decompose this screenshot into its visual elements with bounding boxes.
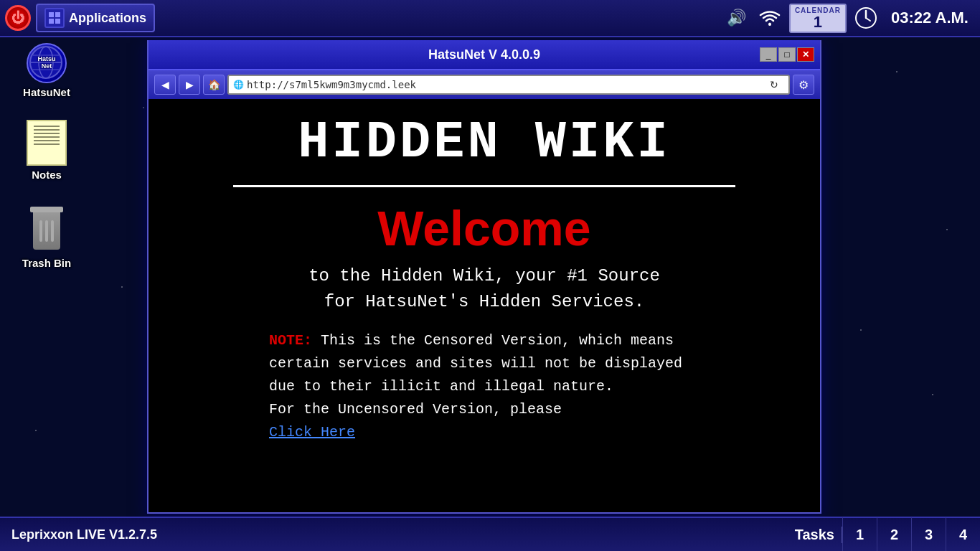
note-text2: For the Uncensored Version, please bbox=[269, 401, 562, 418]
browser-content: HIDDEN WIKI Welcome to the Hidden Wiki, … bbox=[149, 99, 820, 512]
notes-desktop-icon[interactable]: Notes bbox=[14, 120, 79, 181]
applications-menu-button[interactable]: Applications bbox=[36, 4, 155, 32]
page-main-heading: HIDDEN WIKI bbox=[298, 113, 670, 172]
home-button[interactable]: 🏠 bbox=[203, 75, 225, 95]
browser-close-button[interactable]: ✕ bbox=[797, 47, 814, 62]
task-button-1[interactable]: 1 bbox=[842, 517, 877, 551]
svg-rect-3 bbox=[55, 19, 60, 24]
hatsunet-icon-label: HatsuNet bbox=[37, 56, 55, 70]
svg-line-7 bbox=[866, 18, 870, 21]
task-button-4[interactable]: 4 bbox=[946, 517, 980, 551]
browser-toolbar: ◀ ▶ 🏠 🌐 http://s7ml5kwm9m3mycmd.leek ↻ ⚙ bbox=[149, 70, 820, 99]
back-button[interactable]: ◀ bbox=[154, 75, 176, 95]
power-icon: ⏻ bbox=[5, 5, 31, 31]
taskbar-bottom-right: Tasks 1 2 3 4 bbox=[788, 517, 980, 551]
browser-minimize-button[interactable]: _ bbox=[760, 47, 777, 62]
taskbar-bottom: Leprixxon LIVE V1.2.7.5 Tasks 1 2 3 4 bbox=[0, 517, 980, 551]
desktop-icons: HatsuNet HatsuNet Notes bbox=[14, 43, 79, 269]
note-section: NOTE: This is the Censored Version, whic… bbox=[269, 329, 699, 444]
forward-button[interactable]: ▶ bbox=[179, 75, 200, 95]
hatsunet-globe-icon: HatsuNet bbox=[27, 43, 67, 83]
clock-icon[interactable] bbox=[852, 4, 880, 32]
apps-menu-icon bbox=[44, 8, 65, 28]
hatsunet-label: HatsuNet bbox=[23, 86, 70, 98]
tasks-label: Tasks bbox=[788, 527, 842, 543]
click-here-link[interactable]: Click Here bbox=[269, 424, 355, 441]
url-bar[interactable]: 🌐 http://s7ml5kwm9m3mycmd.leek ↻ bbox=[227, 75, 790, 95]
calendar-day: 1 bbox=[814, 14, 822, 30]
browser-window-controls: _ □ ✕ bbox=[760, 47, 814, 62]
time-display: 03:22 A.M. bbox=[885, 9, 974, 27]
task-button-2[interactable]: 2 bbox=[877, 517, 911, 551]
note-text: This is the Censored Version, which mean… bbox=[269, 332, 682, 395]
calendar-widget[interactable]: CALENDAR 1 bbox=[789, 4, 847, 33]
applications-label: Applications bbox=[69, 11, 146, 26]
taskbar-top-right: 🔊 CALENDAR 1 03:22 A.M. bbox=[723, 4, 980, 33]
svg-rect-1 bbox=[55, 12, 60, 17]
divider bbox=[233, 185, 735, 187]
hatsunet-desktop-icon[interactable]: HatsuNet HatsuNet bbox=[14, 43, 79, 98]
notes-label: Notes bbox=[32, 169, 62, 181]
note-label: NOTE: bbox=[269, 332, 312, 349]
browser-titlebar: HatsuNet V 4.0.0.9 _ □ ✕ bbox=[149, 40, 820, 70]
browser-maximize-button[interactable]: □ bbox=[778, 47, 796, 62]
trash-desktop-icon[interactable]: Trash Bin bbox=[14, 202, 79, 269]
notes-file-icon bbox=[27, 120, 67, 166]
svg-rect-2 bbox=[49, 19, 54, 24]
svg-point-4 bbox=[768, 23, 771, 26]
taskbar-top: ⏻ Applications 🔊 bbox=[0, 0, 980, 37]
svg-rect-0 bbox=[49, 12, 54, 17]
url-text: http://s7ml5kwm9m3mycmd.leek bbox=[247, 79, 761, 90]
trash-label: Trash Bin bbox=[22, 257, 71, 269]
reload-button[interactable]: ↻ bbox=[764, 75, 784, 94]
url-icon: 🌐 bbox=[233, 80, 244, 90]
trash-bin-icon bbox=[29, 207, 65, 253]
power-button[interactable]: ⏻ bbox=[3, 3, 33, 33]
os-version-label: Leprixxon LIVE V1.2.7.5 bbox=[0, 527, 169, 542]
subtitle-line1: to the Hidden Wiki, your #1 Source for H… bbox=[308, 263, 660, 315]
volume-icon[interactable]: 🔊 bbox=[723, 4, 750, 32]
browser-window: HatsuNet V 4.0.0.9 _ □ ✕ ◀ ▶ 🏠 🌐 http://… bbox=[147, 40, 821, 514]
task-button-3[interactable]: 3 bbox=[911, 517, 946, 551]
browser-settings-button[interactable]: ⚙ bbox=[793, 75, 814, 95]
browser-title: HatsuNet V 4.0.0.9 bbox=[428, 47, 540, 62]
wifi-icon[interactable] bbox=[756, 4, 783, 32]
welcome-heading: Welcome bbox=[377, 200, 590, 256]
